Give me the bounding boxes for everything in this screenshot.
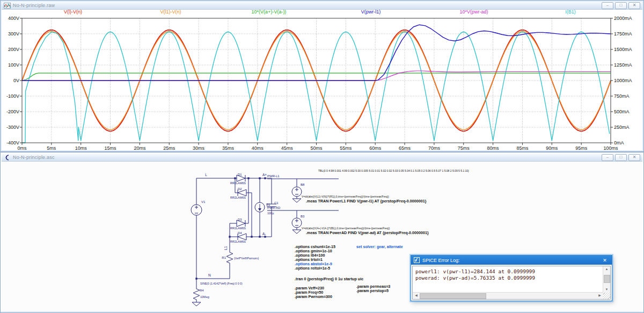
- spice-error-log-titlebar[interactable]: SPICE Error Log: ✕: [411, 256, 612, 265]
- model-d2[interactable]: RR2LAM6S: [230, 196, 246, 199]
- scroll-left-icon[interactable]: ◀: [413, 293, 420, 299]
- label-b3[interactable]: B3: [301, 215, 305, 218]
- meas-powerl1[interactable]: .meas TRAN PowerL1 FIND V(pwr-l1) AT {pe…: [306, 199, 427, 203]
- trace-label-V(l1)-V(n)[interactable]: V(l1)-V(n): [160, 9, 181, 14]
- x-tick-label: 35ms: [222, 145, 235, 150]
- x-tick-label: 10ms: [75, 145, 87, 150]
- spice-options-directives[interactable]: .options cshunt=1e-15.options gmin=1e-10…: [295, 244, 335, 271]
- meas-powerad[interactable]: .meas TRAN PowerAD FIND V(pwr-ad) AT {pe…: [306, 230, 429, 235]
- y-right-tick-label: 1500mA: [614, 47, 632, 52]
- formula-b8[interactable]: V=idt(abs((V(L1)-V(N))*I(R1)),0,time<{pe…: [302, 195, 389, 198]
- model-d3[interactable]: RR2LAM6S: [230, 227, 246, 230]
- value-r1[interactable]: {Veff*Veff/Pwrnom}: [234, 257, 259, 260]
- y-left-tick-label: 200V: [8, 47, 19, 52]
- x-tick-label: 85ms: [516, 145, 529, 150]
- node-label-a-plus[interactable]: A+: [262, 173, 267, 177]
- current-source-b1[interactable]: [255, 202, 265, 212]
- label-d1[interactable]: D1: [238, 173, 242, 176]
- param-directive[interactable]: .param perstop=5: [356, 288, 389, 293]
- options-directive[interactable]: .options reltol=1e-5: [295, 266, 330, 271]
- node-label-a-minus[interactable]: A-: [262, 232, 266, 236]
- voltage-source-v1[interactable]: [191, 205, 202, 215]
- waveform-titlebar[interactable]: No-N-principle.raw – □ ✕: [2, 2, 642, 10]
- x-tick-label: 15ms: [105, 145, 117, 150]
- minimize-icon[interactable]: –: [602, 2, 613, 9]
- close-icon[interactable]: ✕: [628, 2, 640, 9]
- x-tick-label: 95ms: [575, 145, 588, 150]
- waveform-plot: 400V300V200V100V0V-100V-200V-300V-400V20…: [1, 1, 643, 150]
- y-right-tick-label: 0mA: [614, 140, 624, 145]
- formula-b3[interactable]: V=idt(abs((V(A+)-V(A-))*I(B1)),0,time<{p…: [302, 227, 390, 230]
- trace-label-V(pwr-l1)[interactable]: V(pwr-l1): [361, 9, 381, 14]
- trace-label-10*(V(a+)-V(a-))[interactable]: 10*(V(a+)-V(a-)): [252, 9, 287, 14]
- label-d4[interactable]: D4: [238, 231, 242, 235]
- bv-source-b3[interactable]: [292, 218, 302, 228]
- trace-label-V(l)-V(n)[interactable]: V(l)-V(n): [64, 9, 82, 14]
- x-tick-label: 55ms: [340, 145, 352, 150]
- close-icon[interactable]: ✕: [601, 258, 609, 263]
- vertical-scroll-thumb[interactable]: [604, 275, 610, 283]
- label-v1[interactable]: V1: [201, 200, 206, 203]
- y-left-tick-label: -300V: [6, 125, 19, 130]
- x-tick-label: 0ms: [17, 145, 27, 150]
- spice-log-icon: [414, 257, 420, 263]
- value-c1[interactable]: 100µ: [267, 212, 274, 215]
- y-left-tick-label: 400V: [8, 16, 19, 21]
- scroll-up-icon[interactable]: ▲: [603, 266, 610, 272]
- horizontal-scroll-thumb[interactable]: [420, 293, 486, 299]
- x-tick-label: 60ms: [369, 145, 382, 150]
- bv-source-b8[interactable]: [292, 187, 302, 196]
- scroll-down-icon[interactable]: ▼: [603, 287, 610, 293]
- flag-pwr-l1[interactable]: PWR-L1: [267, 174, 280, 178]
- y-left-tick-label: 300V: [8, 31, 19, 37]
- solver-comment[interactable]: set solver: gear, alternate: [356, 244, 403, 249]
- value-v1-sine[interactable]: SINE(0 {1.4142*Veff} {Freq} 0 0 0): [200, 282, 243, 285]
- vertical-scrollbar[interactable]: ▲ ▼: [603, 266, 610, 293]
- label-r1[interactable]: R1: [222, 256, 226, 259]
- tbl-comment[interactable]: TBL(0 0 4.98 0.001 4.99 0.002 5.00 0.005…: [318, 169, 469, 172]
- y-right-tick-label: 500mA: [614, 109, 630, 114]
- label-d2[interactable]: D2: [238, 187, 242, 191]
- param-directives-right[interactable]: .param permeas=3.param perstop=5: [356, 284, 390, 293]
- node-label-l[interactable]: L: [205, 173, 207, 177]
- schematic-titlebar[interactable]: No-N-principle.asc – □ ✕: [2, 154, 642, 162]
- label-b8[interactable]: B8: [301, 183, 305, 186]
- ltspice-application: No-N-principle.raw – □ ✕ 400V300V200V100…: [0, 0, 644, 313]
- model-d4[interactable]: RR2LAM6S: [230, 240, 246, 243]
- waveform-window: No-N-principle.raw – □ ✕ 400V300V200V100…: [0, 0, 644, 152]
- resistor-r1[interactable]: [226, 252, 233, 264]
- label-c1[interactable]: C1: [274, 201, 279, 205]
- resistor-r4[interactable]: [193, 288, 200, 300]
- scroll-right-icon[interactable]: ▶: [596, 293, 603, 299]
- schematic-window: No-N-principle.asc – □ ✕ TBL(0 0 4.98 0.…: [0, 152, 644, 313]
- flag-pwr-ad[interactable]: PWR-AD: [267, 206, 281, 209]
- model-d1[interactable]: RR2LAM6S: [230, 181, 246, 185]
- minimize-icon[interactable]: –: [602, 154, 613, 161]
- label-d3[interactable]: D3: [238, 218, 242, 221]
- restore-icon[interactable]: □: [615, 2, 627, 9]
- value-r4[interactable]: 10Meg: [200, 295, 209, 299]
- x-tick-label: 75ms: [458, 145, 470, 150]
- x-tick-label: 5ms: [47, 145, 56, 150]
- label-r4[interactable]: R4: [200, 289, 204, 292]
- ground-icon: [292, 230, 301, 234]
- x-tick-label: 80ms: [487, 145, 500, 150]
- restore-icon[interactable]: □: [615, 154, 627, 161]
- trace-label-10*V(pwr-ad)[interactable]: 10*V(pwr-ad): [459, 9, 488, 14]
- schematic-file-icon: [4, 155, 11, 161]
- tran-directive[interactable]: .tran 0 {perstop/Freq} 0 1u startup uic: [295, 276, 363, 281]
- y-right-tick-label: 2000mA: [614, 16, 632, 21]
- y-right-tick-label: 1000mA: [614, 78, 632, 83]
- x-tick-label: 70ms: [428, 145, 441, 150]
- close-icon[interactable]: ✕: [628, 154, 640, 161]
- resize-grip[interactable]: [603, 293, 610, 299]
- waveform-file-icon: [4, 3, 11, 9]
- param-directives-left[interactable]: .param Veff=230.param Freq=50.param Pwrn…: [295, 286, 332, 299]
- spice-error-log-body: powerl1: v(pwr-l1)=284.144 at 0.0999999p…: [412, 266, 611, 300]
- trace-label-I(B1)[interactable]: I(B1): [565, 9, 576, 14]
- y-left-tick-label: 100V: [8, 62, 19, 68]
- node-label-l1[interactable]: L1: [224, 246, 228, 250]
- horizontal-scrollbar[interactable]: ◀ ▶: [413, 292, 603, 299]
- param-directive[interactable]: .param Pwrnom=300: [295, 294, 332, 299]
- node-label-n[interactable]: N: [208, 273, 211, 277]
